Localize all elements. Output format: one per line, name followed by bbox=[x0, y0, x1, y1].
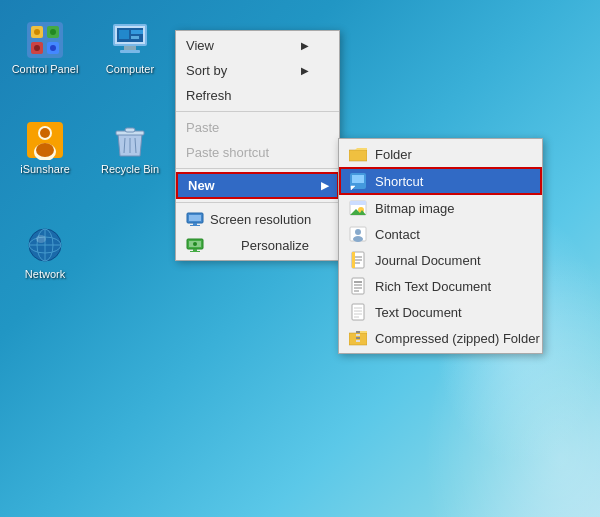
recycle-bin-icon bbox=[110, 120, 150, 160]
personalize-icon bbox=[186, 238, 204, 252]
isunshare-label: iSunshare bbox=[20, 163, 70, 176]
svg-point-5 bbox=[34, 29, 40, 35]
submenu-item-zip[interactable]: Compressed (zipped) Folder bbox=[339, 325, 542, 351]
svg-rect-14 bbox=[119, 30, 129, 39]
folder-icon bbox=[349, 145, 367, 163]
network-label: Network bbox=[25, 268, 65, 281]
screen-res-icon bbox=[186, 212, 204, 226]
control-panel-label: Control Panel bbox=[12, 63, 79, 76]
svg-point-51 bbox=[353, 236, 363, 242]
svg-rect-68 bbox=[356, 334, 360, 336]
svg-rect-40 bbox=[193, 249, 197, 251]
separator-2 bbox=[176, 168, 339, 169]
menu-item-view[interactable]: View ▶ bbox=[176, 33, 339, 58]
svg-rect-41 bbox=[190, 251, 200, 252]
separator-3 bbox=[176, 202, 339, 203]
submenu-item-shortcut[interactable]: Shortcut bbox=[339, 167, 542, 195]
isunshare-icon bbox=[25, 120, 65, 160]
sort-arrow: ▶ bbox=[301, 65, 309, 76]
submenu-item-text[interactable]: Text Document bbox=[339, 299, 542, 325]
svg-point-6 bbox=[50, 29, 56, 35]
svg-rect-70 bbox=[356, 340, 360, 342]
desktop-icon-isunshare[interactable]: iSunshare bbox=[10, 120, 80, 176]
svg-point-8 bbox=[50, 45, 56, 51]
submenu-item-bitmap[interactable]: Bitmap image bbox=[339, 195, 542, 221]
svg-point-7 bbox=[34, 45, 40, 51]
svg-rect-23 bbox=[125, 128, 135, 132]
svg-rect-43 bbox=[352, 175, 364, 183]
menu-item-screen-resolution[interactable]: Screen resolution bbox=[176, 206, 339, 232]
desktop-icon-control-panel[interactable]: Control Panel bbox=[10, 20, 80, 76]
menu-item-paste-shortcut[interactable]: Paste shortcut bbox=[176, 140, 339, 165]
contact-icon bbox=[349, 225, 367, 243]
separator-1 bbox=[176, 111, 339, 112]
network-icon bbox=[25, 225, 65, 265]
svg-rect-67 bbox=[356, 331, 360, 333]
svg-rect-15 bbox=[131, 30, 143, 34]
desktop-icon-network[interactable]: Network bbox=[10, 225, 80, 281]
svg-point-50 bbox=[355, 229, 361, 235]
svg-rect-16 bbox=[131, 36, 139, 39]
recycle-bin-label: Recycle Bin bbox=[101, 163, 159, 176]
svg-rect-46 bbox=[350, 201, 366, 205]
computer-icon bbox=[110, 20, 150, 60]
submenu-item-folder[interactable]: Folder bbox=[339, 141, 542, 167]
svg-rect-69 bbox=[356, 337, 360, 339]
svg-rect-56 bbox=[352, 252, 355, 268]
computer-label: Computer bbox=[106, 63, 154, 76]
desktop: Control Panel Computer bbox=[0, 0, 600, 517]
view-arrow: ▶ bbox=[301, 40, 309, 51]
svg-point-32 bbox=[36, 235, 46, 243]
context-menu: View ▶ Sort by ▶ Refresh Paste Paste sho… bbox=[175, 30, 340, 261]
new-arrow: ▶ bbox=[321, 180, 329, 191]
svg-point-20 bbox=[40, 128, 50, 138]
menu-item-new[interactable]: New ▶ bbox=[176, 172, 339, 199]
richtext-icon bbox=[349, 277, 367, 295]
submenu-item-richtext[interactable]: Rich Text Document bbox=[339, 273, 542, 299]
svg-rect-35 bbox=[193, 223, 197, 225]
text-icon bbox=[349, 303, 367, 321]
menu-item-sort-by[interactable]: Sort by ▶ bbox=[176, 58, 339, 83]
svg-rect-36 bbox=[190, 225, 200, 226]
svg-rect-34 bbox=[189, 215, 201, 221]
svg-point-39 bbox=[193, 242, 197, 246]
desktop-icon-computer[interactable]: Computer bbox=[95, 20, 165, 76]
menu-item-paste[interactable]: Paste bbox=[176, 115, 339, 140]
submenu-item-contact[interactable]: Contact bbox=[339, 221, 542, 247]
svg-rect-57 bbox=[352, 278, 364, 294]
zip-icon bbox=[349, 329, 367, 347]
submenu-item-journal[interactable]: Journal Document bbox=[339, 247, 542, 273]
svg-point-21 bbox=[36, 143, 54, 157]
svg-rect-62 bbox=[352, 304, 364, 320]
submenu-new: Folder Shortcut B bbox=[338, 138, 543, 354]
menu-item-refresh[interactable]: Refresh bbox=[176, 83, 339, 108]
shortcut-icon bbox=[349, 172, 367, 190]
menu-item-personalize[interactable]: Personalize bbox=[176, 232, 339, 258]
svg-rect-11 bbox=[124, 46, 136, 50]
journal-icon bbox=[349, 251, 367, 269]
bitmap-icon bbox=[349, 199, 367, 217]
control-panel-icon bbox=[25, 20, 65, 60]
svg-rect-12 bbox=[120, 50, 140, 53]
desktop-icon-recycle-bin[interactable]: Recycle Bin bbox=[95, 120, 165, 176]
